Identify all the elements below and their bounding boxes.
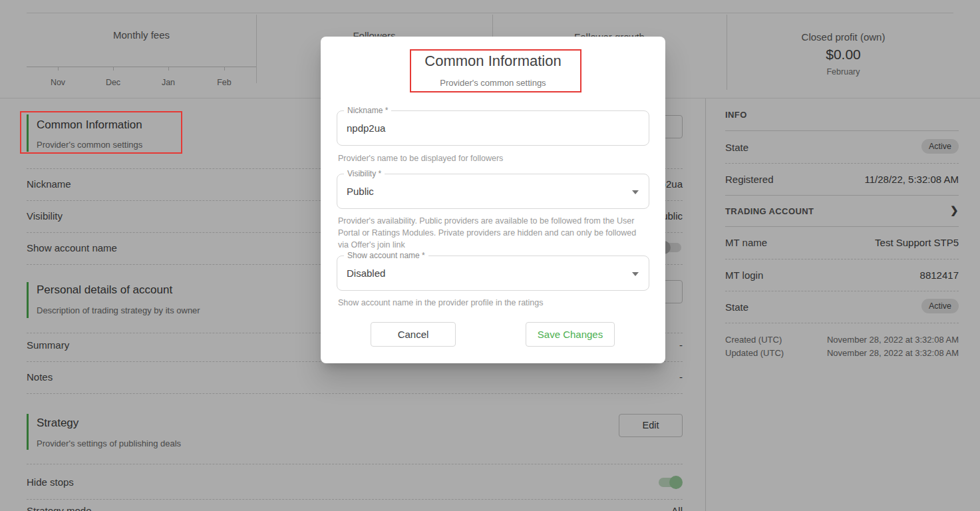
common-information-dialog: Common Information Provider's common set… [321, 37, 665, 363]
visibility-select-label: Visibility * [344, 169, 385, 178]
show-account-name-select-helper: Show account name in the provider profil… [338, 297, 639, 309]
visibility-select-helper: Provider's availability. Public provider… [338, 215, 639, 251]
show-account-name-select-value: Disabled [347, 267, 385, 279]
dropdown-arrow-icon [632, 272, 639, 276]
show-account-name-select[interactable]: Show account name * Disabled [337, 256, 649, 291]
annotation-box-dialog-title [410, 49, 581, 92]
nickname-field-helper: Provider's name to be displayed for foll… [338, 152, 639, 164]
dropdown-arrow-icon [632, 190, 639, 194]
annotation-box-common-info-section [20, 111, 182, 154]
provider-settings-page: Monthly fees Nov Dec Jan Feb Followers F… [0, 0, 980, 511]
save-changes-button[interactable]: Save Changes [526, 322, 615, 347]
visibility-select[interactable]: Visibility * Public [337, 174, 649, 209]
visibility-select-value: Public [347, 186, 374, 197]
cancel-button[interactable]: Cancel [371, 322, 456, 347]
nickname-field-label: Nickname * [344, 106, 391, 115]
show-account-name-select-label: Show account name * [344, 251, 428, 260]
nickname-field-value: npdp2ua [347, 122, 385, 134]
nickname-field[interactable]: Nickname * npdp2ua [337, 110, 649, 146]
